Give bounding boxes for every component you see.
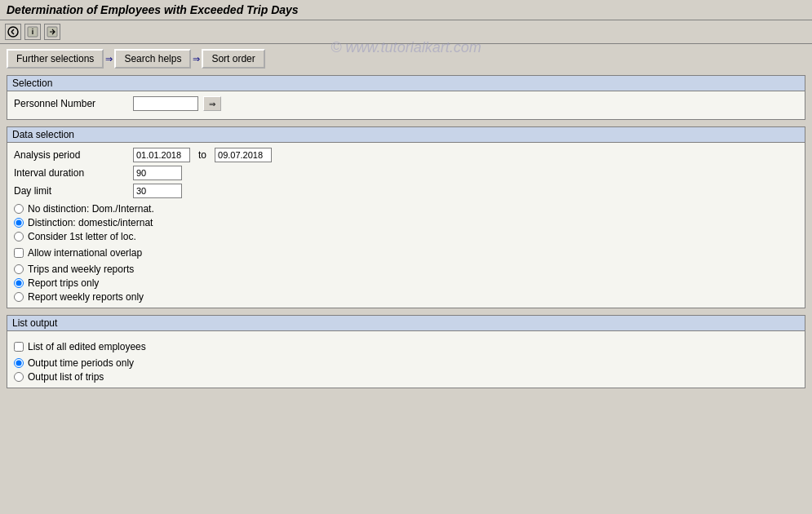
selection-header: Selection (7, 76, 805, 91)
analysis-period-row: Analysis period to (14, 148, 798, 162)
radio-no-distinction-label: No distinction: Dom./Internat. (28, 203, 154, 215)
radio-distinction-domestic-label: Distinction: domestic/internat (28, 217, 153, 228)
radio-output-time-periods-input[interactable] (14, 358, 24, 368)
radio-report-trips-only-label: Report trips only (28, 277, 99, 289)
radio-report-weekly-only-label: Report weekly reports only (28, 291, 144, 303)
back-icon[interactable] (5, 24, 21, 40)
radio-report-weekly-only-input[interactable] (14, 292, 24, 302)
search-helps-button[interactable]: Search helps (114, 49, 191, 69)
sort-order-label: Sort order (211, 53, 255, 64)
personnel-number-row: Personnel Number ⇒ (14, 96, 798, 111)
list-output-header: List output (7, 316, 805, 331)
personnel-number-search-btn[interactable]: ⇒ (203, 96, 221, 111)
list-all-employees-group: List of all edited employees (14, 341, 798, 352)
analysis-period-to-input[interactable] (215, 148, 272, 162)
list-all-edited-employees[interactable]: List of all edited employees (14, 341, 798, 352)
day-limit-row: Day limit (14, 184, 798, 198)
output-type-radio-group: Output time periods only Output list of … (14, 357, 798, 383)
toolbar: i (0, 20, 812, 44)
radio-trips-weekly-label: Trips and weekly reports (28, 264, 134, 275)
list-output-section: List output List of all edited employees… (7, 315, 805, 388)
sort-order-button[interactable]: Sort order (202, 49, 264, 69)
info-icon[interactable]: i (24, 24, 41, 40)
allow-international-overlap-input[interactable] (14, 248, 24, 258)
search-arrow-icon: ⇒ (209, 100, 215, 109)
interval-duration-label: Interval duration (14, 167, 128, 179)
data-selection-section: Data selection Analysis period to Interv… (7, 126, 805, 308)
radio-no-distinction[interactable]: No distinction: Dom./Internat. (14, 203, 798, 215)
allow-international-overlap[interactable]: Allow international overlap (14, 247, 798, 259)
radio-distinction-domestic[interactable]: Distinction: domestic/internat (14, 217, 798, 228)
personnel-number-input[interactable] (133, 96, 198, 111)
svg-point-0 (8, 27, 18, 37)
overlap-checkbox-group: Allow international overlap (14, 247, 798, 259)
radio-trips-weekly-input[interactable] (14, 264, 24, 274)
radio-output-time-periods-label: Output time periods only (28, 357, 134, 369)
analysis-period-label: Analysis period (14, 149, 128, 161)
radio-report-trips-only-input[interactable] (14, 278, 24, 288)
radio-output-list-trips-input[interactable] (14, 372, 24, 382)
day-limit-label: Day limit (14, 185, 128, 197)
analysis-period-from-input[interactable] (133, 148, 190, 162)
radio-no-distinction-input[interactable] (14, 204, 24, 214)
further-selections-button[interactable]: Further selections (7, 49, 104, 69)
arrow-icon-2: ⇒ (193, 54, 200, 64)
radio-consider-1st-letter-label: Consider 1st letter of loc. (28, 231, 136, 242)
day-limit-input[interactable] (133, 184, 182, 198)
report-type-radio-group: Trips and weekly reports Report trips on… (14, 264, 798, 303)
page-title: Determination of Employees with Exceeded… (7, 3, 805, 16)
radio-output-list-trips-label: Output list of trips (28, 371, 104, 383)
radio-report-trips-only[interactable]: Report trips only (14, 277, 798, 289)
export-icon[interactable] (44, 24, 60, 40)
list-all-edited-employees-input[interactable] (14, 342, 24, 352)
to-label: to (198, 149, 206, 161)
personnel-number-label: Personnel Number (14, 98, 128, 109)
radio-output-list-trips[interactable]: Output list of trips (14, 371, 798, 383)
action-buttons: Further selections ⇒ Search helps ⇒ Sort… (7, 49, 805, 69)
distinction-radio-group: No distinction: Dom./Internat. Distincti… (14, 203, 798, 242)
search-helps-label: Search helps (124, 53, 181, 64)
arrow-icon-1: ⇒ (105, 54, 113, 64)
radio-distinction-domestic-input[interactable] (14, 218, 24, 228)
interval-duration-input[interactable] (133, 166, 182, 180)
list-all-edited-employees-label: List of all edited employees (28, 341, 146, 352)
radio-report-weekly-only[interactable]: Report weekly reports only (14, 291, 798, 303)
radio-output-time-periods[interactable]: Output time periods only (14, 357, 798, 369)
radio-consider-1st-letter[interactable]: Consider 1st letter of loc. (14, 231, 798, 242)
further-selections-label: Further selections (16, 53, 94, 64)
selection-section: Selection Personnel Number ⇒ (7, 75, 805, 120)
radio-trips-and-weekly[interactable]: Trips and weekly reports (14, 264, 798, 275)
data-selection-header: Data selection (7, 127, 805, 143)
interval-duration-row: Interval duration (14, 166, 798, 180)
svg-text:i: i (32, 28, 34, 36)
allow-international-overlap-label: Allow international overlap (28, 247, 142, 259)
radio-consider-1st-letter-input[interactable] (14, 232, 24, 241)
